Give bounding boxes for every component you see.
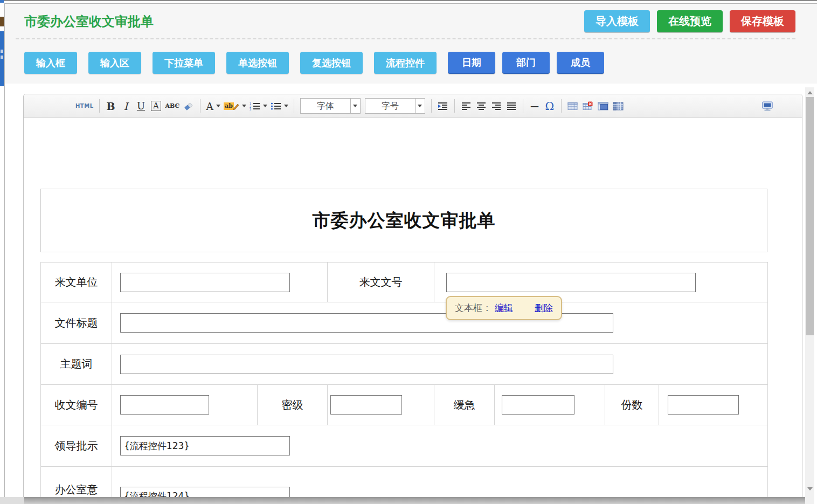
ordered-list-icon: 123 <box>250 102 260 111</box>
pencil-icon <box>233 102 239 110</box>
bold-icon: B <box>106 100 115 112</box>
html-source-button[interactable]: HTML <box>74 98 95 114</box>
scrollbar-up-button[interactable] <box>807 91 813 94</box>
strikethrough-icon: ABC <box>165 102 180 109</box>
align-center-icon <box>476 102 486 111</box>
table-row: 主题词 <box>41 344 768 385</box>
italic-button[interactable]: I <box>119 98 134 114</box>
scrollbar-thumb[interactable] <box>806 97 814 335</box>
add-flow-control-button[interactable]: 流程控件 <box>374 52 437 74</box>
html-source-icon: HTML <box>75 103 94 109</box>
chevron-down-icon[interactable] <box>350 99 360 113</box>
add-checkbox-button[interactable]: 复选按钮 <box>300 52 363 74</box>
svg-text:3: 3 <box>250 108 251 111</box>
align-left-icon <box>461 102 471 111</box>
vertical-scrollbar[interactable] <box>805 87 814 504</box>
indent-button[interactable] <box>435 98 451 114</box>
italic-icon: I <box>124 100 128 112</box>
background-page-edge <box>1 50 3 53</box>
horizontal-rule-icon: — <box>530 98 539 114</box>
font-family-label: 字体 <box>301 99 350 113</box>
tooltip-label: 文本框： <box>455 302 491 314</box>
unordered-list-icon <box>271 102 281 111</box>
unordered-list-button[interactable] <box>269 98 290 114</box>
omega-icon: Ω <box>545 100 555 113</box>
table-row: 收文编号 密级 缓急 份数 <box>41 385 768 425</box>
incoming-number-input[interactable] <box>446 273 696 292</box>
add-member-button[interactable]: 成员 <box>557 52 604 74</box>
add-date-button[interactable]: 日期 <box>448 52 495 74</box>
add-textarea-button[interactable]: 输入区 <box>88 52 141 74</box>
field-label: 密级 <box>258 385 328 425</box>
underline-button[interactable]: U <box>134 98 149 114</box>
font-attribute-button[interactable]: A <box>149 98 164 114</box>
background-page-edge <box>0 17 4 26</box>
receipt-number-input[interactable] <box>120 395 209 415</box>
add-radio-button[interactable]: 单选按钮 <box>226 52 289 74</box>
scrollbar-down-button[interactable] <box>807 487 813 491</box>
highlight-color-button[interactable]: ab <box>222 98 248 114</box>
font-size-select[interactable]: 字号 <box>365 98 425 114</box>
table-row: 来文单位 来文文号 <box>41 263 768 302</box>
leader-instructions-input[interactable] <box>120 436 290 455</box>
field-label: 文件标题 <box>41 302 112 344</box>
field-edit-tooltip: 文本框： 编辑 删除 <box>446 296 562 320</box>
special-character-button[interactable]: Ω <box>542 98 557 114</box>
rich-text-editor: HTML B I U A ABC A ab <box>23 94 802 504</box>
form-table: 来文单位 来文文号 文件标题 主题词 收文编号 密级 缓急 份数 <box>40 262 768 504</box>
align-center-button[interactable] <box>474 98 489 114</box>
align-justify-button[interactable] <box>504 98 519 114</box>
background-page-edge <box>0 0 4 3</box>
field-label: 来文单位 <box>41 263 112 302</box>
field-label: 份数 <box>605 385 659 425</box>
incoming-unit-input[interactable] <box>120 273 290 292</box>
secrecy-level-input[interactable] <box>330 395 402 415</box>
toolbar-separator <box>294 99 294 113</box>
form-heading: 市委办公室收文审批单 <box>40 189 767 252</box>
field-label: 收文编号 <box>41 385 112 425</box>
toolbar-separator <box>431 99 432 113</box>
fullscreen-icon <box>761 101 773 111</box>
merge-cells-button[interactable] <box>596 98 611 114</box>
table-properties-icon <box>613 102 624 111</box>
delete-table-button[interactable] <box>580 98 596 114</box>
online-preview-button[interactable]: 在线预览 <box>657 10 723 32</box>
underline-icon: U <box>137 100 145 112</box>
field-label: 领导批示 <box>41 425 112 467</box>
merge-cells-icon <box>598 102 608 111</box>
horizontal-rule-button[interactable]: — <box>527 98 542 114</box>
fullscreen-button[interactable] <box>760 98 775 114</box>
chevron-down-icon[interactable] <box>415 99 425 113</box>
chevron-down-icon <box>284 105 288 107</box>
window-bottom-edge <box>0 497 805 504</box>
page-title: 市委办公室收文审批单 <box>24 13 154 30</box>
urgency-input[interactable] <box>502 395 574 415</box>
import-template-button[interactable]: 导入模板 <box>584 10 650 32</box>
subject-words-input[interactable] <box>120 355 613 374</box>
editor-content[interactable]: 市委办公室收文审批单 来文单位 来文文号 文件标题 主题词 收文编号 <box>24 118 802 504</box>
window-bottom-edge <box>0 497 24 504</box>
strikethrough-button[interactable]: ABC <box>164 98 182 114</box>
align-left-button[interactable] <box>459 98 474 114</box>
add-dropdown-button[interactable]: 下拉菜单 <box>153 52 215 74</box>
align-right-button[interactable] <box>489 98 504 114</box>
add-department-button[interactable]: 部门 <box>502 52 550 74</box>
delete-field-link[interactable]: 删除 <box>535 302 553 314</box>
field-label: 主题词 <box>41 344 112 385</box>
font-family-select[interactable]: 字体 <box>300 98 361 114</box>
ordered-list-button[interactable]: 123 <box>248 98 269 114</box>
add-input-box-button[interactable]: 输入框 <box>24 52 77 74</box>
edit-field-link[interactable]: 编辑 <box>495 302 513 314</box>
bold-button[interactable]: B <box>103 98 119 114</box>
text-color-icon: A <box>206 100 213 112</box>
table-properties-button[interactable] <box>611 98 626 114</box>
chevron-down-icon <box>263 105 267 107</box>
insert-table-icon <box>567 102 578 111</box>
field-label: 来文文号 <box>328 263 434 302</box>
insert-table-button[interactable] <box>565 98 580 114</box>
eraser-button[interactable] <box>181 98 196 114</box>
save-template-button[interactable]: 保存模板 <box>730 10 795 32</box>
text-color-button[interactable]: A <box>204 98 222 114</box>
toolbar-separator <box>200 99 200 113</box>
copies-input[interactable] <box>668 395 739 415</box>
